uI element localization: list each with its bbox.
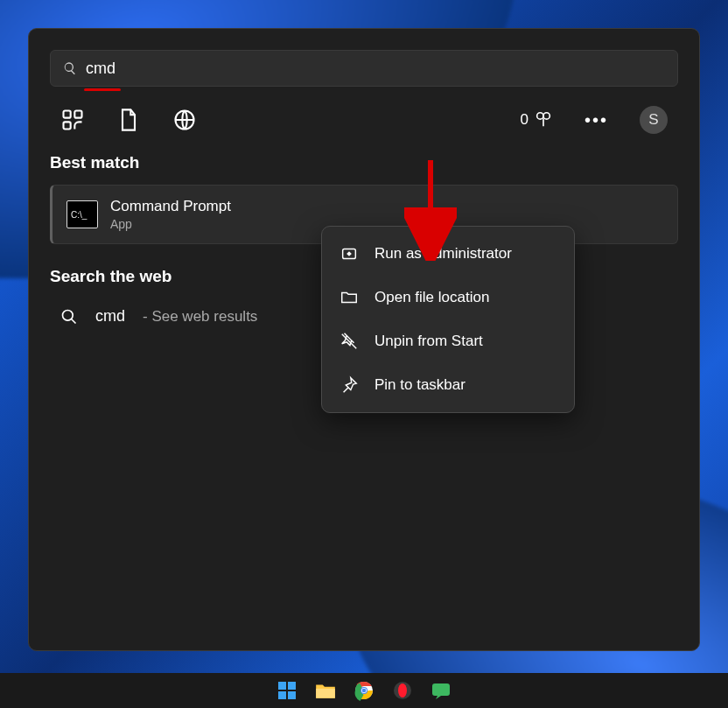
- avatar-initial: S: [648, 111, 658, 129]
- svg-rect-1: [74, 111, 81, 118]
- svg-rect-14: [288, 691, 296, 699]
- svg-point-19: [362, 689, 367, 693]
- apps-filter-icon[interactable]: [60, 108, 85, 132]
- context-menu: Run as administrator Open file location …: [321, 226, 575, 413]
- pin-icon: [340, 375, 359, 395]
- svg-rect-0: [64, 111, 71, 118]
- unpin-icon: [340, 332, 359, 351]
- svg-point-21: [398, 683, 407, 697]
- shield-icon: [340, 244, 359, 263]
- svg-point-6: [63, 310, 74, 320]
- ctx-open-file-location[interactable]: Open file location: [327, 276, 569, 319]
- taskbar: [0, 673, 728, 708]
- svg-rect-2: [64, 122, 71, 129]
- svg-rect-12: [288, 682, 296, 690]
- opera-button[interactable]: [390, 678, 415, 703]
- ctx-label: Open file location: [374, 289, 489, 306]
- search-filter-toolbar: 0 ••• S: [50, 99, 678, 150]
- rewards-counter[interactable]: 0: [521, 110, 553, 130]
- svg-rect-15: [316, 689, 335, 698]
- svg-point-4: [537, 113, 543, 119]
- rewards-count: 0: [521, 111, 528, 129]
- web-filter-icon[interactable]: [172, 108, 197, 132]
- search-icon: [60, 308, 78, 326]
- svg-rect-22: [432, 683, 450, 696]
- ctx-label: Run as administrator: [374, 245, 512, 263]
- ctx-pin-to-taskbar[interactable]: Pin to taskbar: [327, 363, 569, 407]
- ctx-label: Unpin from Start: [374, 333, 483, 350]
- rewards-icon: [534, 110, 553, 130]
- chat-button[interactable]: [429, 678, 453, 703]
- search-box[interactable]: [50, 50, 678, 87]
- user-avatar[interactable]: S: [640, 106, 668, 134]
- more-button[interactable]: •••: [584, 110, 608, 130]
- command-prompt-icon: C:\_: [66, 200, 98, 228]
- result-subtitle: App: [110, 217, 231, 231]
- result-title: Command Prompt: [110, 198, 231, 215]
- ctx-unpin-from-start[interactable]: Unpin from Start: [327, 319, 569, 363]
- documents-filter-icon[interactable]: [116, 108, 141, 132]
- search-input[interactable]: [86, 60, 665, 78]
- svg-line-7: [72, 319, 76, 323]
- ctx-run-as-admin[interactable]: Run as administrator: [327, 232, 569, 276]
- web-term: cmd: [95, 307, 125, 326]
- chrome-button[interactable]: [352, 678, 376, 703]
- search-icon: [63, 61, 77, 75]
- spell-underline: [84, 88, 121, 91]
- svg-point-5: [543, 113, 550, 119]
- file-explorer-button[interactable]: [313, 678, 338, 703]
- web-suffix: - See web results: [143, 308, 257, 326]
- best-match-heading: Best match: [50, 153, 678, 172]
- folder-icon: [340, 288, 359, 307]
- ctx-label: Pin to taskbar: [374, 376, 466, 394]
- svg-rect-11: [278, 682, 286, 690]
- svg-rect-13: [278, 691, 286, 699]
- start-button[interactable]: [275, 678, 299, 703]
